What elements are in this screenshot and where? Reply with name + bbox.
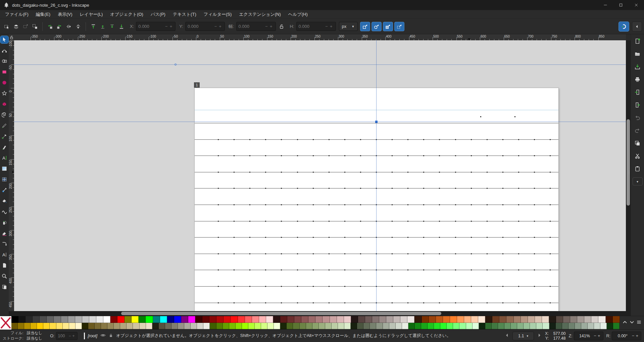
menu-item-7[interactable]: フィルター(S) [200,10,236,18]
color-swatch[interactable] [363,323,370,330]
color-swatch[interactable] [242,323,248,330]
menu-item-2[interactable]: 表示(V) [54,10,76,18]
layer-lock-toggle[interactable] [109,333,113,339]
measure-tool[interactable]: A [0,251,8,258]
menu-item-3[interactable]: レイヤー(L) [76,10,107,18]
color-swatch[interactable] [312,323,319,330]
color-swatch[interactable] [76,323,82,330]
node[interactable] [0,47,8,54]
color-swatch[interactable] [556,323,562,330]
color-swatch[interactable] [492,323,498,330]
color-swatch[interactable] [440,323,447,330]
scale-stroke-button[interactable] [360,22,370,31]
color-swatch[interactable] [607,323,613,330]
color-swatch[interactable] [319,323,325,330]
next-page-button[interactable] [537,333,542,339]
move-patterns-button[interactable] [394,22,404,31]
lock-ratio-toggle[interactable] [277,22,286,31]
color-swatch[interactable] [332,323,338,330]
color-swatch[interactable] [429,316,436,323]
palette-scroll-up-button[interactable] [622,319,628,326]
horizontal-guide[interactable] [14,65,626,65]
height-plus-button[interactable]: + [329,24,334,29]
color-swatch[interactable] [365,316,372,323]
width-plus-button[interactable]: + [269,24,274,29]
color-swatch[interactable] [372,316,379,323]
color-swatch[interactable] [132,316,139,323]
color-swatch[interactable] [18,316,26,323]
color-swatch[interactable] [88,323,95,330]
color-swatch[interactable] [33,316,40,323]
color-swatch[interactable] [447,323,453,330]
color-swatch[interactable] [197,323,203,330]
color-swatch[interactable] [229,323,236,330]
horizontal-scrollbar[interactable] [9,311,626,316]
open-doc-button[interactable] [633,50,642,58]
gradient-tool[interactable] [0,165,8,172]
color-swatch[interactable] [167,316,174,323]
color-swatch[interactable] [139,316,146,323]
color-swatch[interactable] [536,323,543,330]
opacity-minus-button[interactable]: − [68,334,72,338]
pencil-tool[interactable] [0,122,8,129]
color-swatch[interactable] [414,316,422,323]
doc-tool[interactable] [0,262,8,269]
color-swatch[interactable] [300,323,306,330]
color-swatch[interactable] [344,323,351,330]
color-swatch[interactable] [188,316,195,323]
rotation-minus-button[interactable]: − [631,333,635,338]
color-swatch[interactable] [216,316,224,323]
vertical-scrollbar-thumb[interactable] [627,119,630,206]
color-swatch[interactable] [171,323,178,330]
dropper-tool[interactable] [0,186,8,194]
color-swatch[interactable] [202,316,209,323]
color-swatch[interactable] [466,323,473,330]
color-swatch[interactable] [351,316,358,323]
color-swatch[interactable] [26,316,33,323]
color-swatch[interactable] [407,316,414,323]
color-swatch[interactable] [40,316,47,323]
current-layer-name[interactable]: [root] [88,334,98,338]
color-swatch[interactable] [107,323,114,330]
color-swatch[interactable] [478,316,485,323]
color-swatch[interactable] [11,316,18,323]
color-swatch[interactable] [178,323,184,330]
zoom-field[interactable]: 141% − + [574,332,603,340]
move-gradients-button[interactable] [383,22,393,31]
color-swatch[interactable] [457,316,464,323]
color-swatch[interactable] [89,316,96,323]
color-swatch[interactable] [146,323,152,330]
color-swatch[interactable] [498,323,504,330]
color-swatch[interactable] [344,316,351,323]
horizontal-scrollbar-thumb[interactable] [121,312,441,315]
color-swatch[interactable] [31,323,37,330]
color-swatch[interactable] [47,316,54,323]
color-swatch[interactable] [528,316,535,323]
fill-stroke-indicator[interactable]: フィル: 該当なし ストローク: 該当なし [3,331,42,341]
opacity-field[interactable]: 100 − + [56,332,78,340]
redo-button[interactable] [633,126,642,134]
raise-button[interactable] [98,22,107,31]
close-button[interactable] [629,0,644,10]
color-swatch[interactable] [103,316,110,323]
color-swatch[interactable] [191,323,197,330]
color-swatch[interactable] [562,323,568,330]
color-swatch[interactable] [556,316,563,323]
color-swatch[interactable] [415,323,421,330]
color-swatch[interactable] [370,323,376,330]
color-swatch[interactable] [308,316,315,323]
color-swatch[interactable] [95,323,101,330]
color-swatch[interactable] [337,316,344,323]
bucket-tool[interactable] [0,197,8,205]
scale-corners-button[interactable] [371,22,382,31]
color-swatch[interactable] [357,323,363,330]
color-swatch[interactable] [402,323,408,330]
color-swatch[interactable] [563,316,570,323]
color-swatch[interactable] [450,316,457,323]
rotate-cw-button[interactable] [55,22,64,31]
horizontal-guide[interactable] [14,122,626,122]
color-swatch[interactable] [274,323,280,330]
lower-button[interactable] [107,22,117,31]
star-tool[interactable] [0,90,8,97]
color-swatch[interactable] [267,323,274,330]
